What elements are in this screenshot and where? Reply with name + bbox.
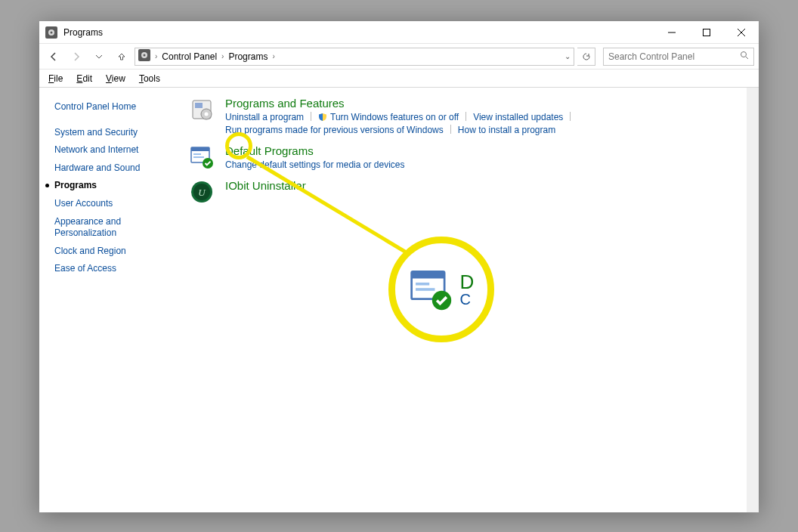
nav-forward-button[interactable] — [66, 47, 86, 66]
window-controls — [654, 21, 759, 43]
breadcrumb-root[interactable]: Control Panel — [162, 51, 217, 62]
sidebar-item-clock[interactable]: Clock and Region — [54, 243, 180, 261]
svg-point-7 — [741, 52, 747, 57]
nav-back-button[interactable] — [44, 47, 63, 66]
category-title[interactable]: Default Programs — [225, 144, 750, 157]
minimize-button[interactable] — [654, 21, 689, 43]
breadcrumb-sep-icon: › — [155, 52, 157, 60]
nav-up-button[interactable] — [112, 47, 131, 66]
sidebar-item-appearance[interactable]: Appearance and Personalization — [54, 213, 180, 243]
category-iobit: U IObit Uninstaller — [189, 179, 750, 205]
menu-edit[interactable]: Edit — [70, 72, 98, 85]
app-icon — [45, 26, 57, 39]
menubar: File Edit View Tools — [39, 70, 759, 88]
address-dropdown-icon[interactable]: ⌄ — [564, 52, 571, 60]
menu-view[interactable]: View — [100, 72, 131, 85]
category-default-programs: Default Programs Change default settings… — [189, 144, 750, 170]
svg-point-6 — [144, 54, 146, 57]
window: Programs — [39, 21, 759, 512]
refresh-button[interactable] — [577, 48, 595, 66]
annotation-highlight-marker — [225, 132, 252, 159]
svg-point-11 — [205, 113, 209, 116]
default-programs-icon — [189, 144, 215, 170]
sidebar-item-system[interactable]: System and Security — [54, 124, 180, 142]
programs-features-icon — [189, 97, 215, 122]
sidebar-item-hardware[interactable]: Hardware and Sound — [54, 159, 180, 178]
navbar: › Control Panel › Programs › ⌄ — [39, 44, 759, 70]
svg-rect-23 — [416, 288, 435, 291]
iobit-icon: U — [189, 179, 215, 205]
sidebar-item-ease[interactable]: Ease of Access — [54, 260, 180, 278]
sidebar-item-network[interactable]: Network and Internet — [54, 141, 180, 159]
shield-icon — [318, 113, 327, 122]
menu-file[interactable]: File — [42, 72, 69, 85]
titlebar: Programs — [39, 21, 759, 44]
link-compat[interactable]: Run programs made for previous versions … — [225, 125, 444, 135]
search-box[interactable] — [603, 48, 754, 66]
svg-rect-3 — [704, 29, 710, 36]
close-button[interactable] — [724, 21, 759, 43]
link-installed-updates[interactable]: View installed updates — [473, 112, 563, 122]
svg-rect-13 — [191, 147, 209, 151]
annotation-zoom-lens: D C — [388, 237, 494, 342]
maximize-button[interactable] — [689, 21, 724, 43]
search-input[interactable] — [608, 51, 740, 62]
link-how-install[interactable]: How to install a program — [458, 125, 555, 135]
window-title: Programs — [63, 27, 654, 38]
svg-point-2 — [51, 31, 53, 33]
sidebar-item-home[interactable]: Control Panel Home — [54, 98, 180, 116]
breadcrumb-sep-icon: › — [272, 52, 274, 60]
sidebar-item-programs[interactable]: Programs — [54, 177, 180, 195]
svg-rect-22 — [416, 283, 429, 286]
zoom-title-fragment: D — [460, 272, 475, 292]
category-title[interactable]: Programs and Features — [225, 97, 750, 110]
svg-rect-21 — [411, 271, 444, 278]
link-windows-features[interactable]: Turn Windows features on or off — [318, 112, 459, 122]
search-icon — [740, 51, 749, 62]
nav-history-dropdown[interactable] — [89, 47, 109, 66]
sidebar-item-users[interactable]: User Accounts — [54, 195, 180, 213]
svg-text:U: U — [198, 187, 206, 198]
category-programs-features: Programs and Features Uninstall a progra… — [189, 97, 750, 135]
default-programs-icon-zoomed — [409, 268, 453, 311]
breadcrumb-sep-icon: › — [221, 52, 224, 60]
breadcrumb-current[interactable]: Programs — [228, 51, 268, 62]
svg-rect-14 — [193, 153, 201, 155]
address-icon — [138, 49, 150, 63]
zoom-sub-fragment: C — [460, 292, 475, 307]
svg-rect-9 — [195, 103, 203, 108]
menu-tools[interactable]: Tools — [133, 72, 166, 85]
sidebar: Control Panel Home System and Security N… — [39, 88, 183, 512]
svg-rect-15 — [193, 156, 204, 158]
link-uninstall[interactable]: Uninstall a program — [225, 112, 304, 122]
address-bar[interactable]: › Control Panel › Programs › ⌄ — [135, 48, 574, 66]
